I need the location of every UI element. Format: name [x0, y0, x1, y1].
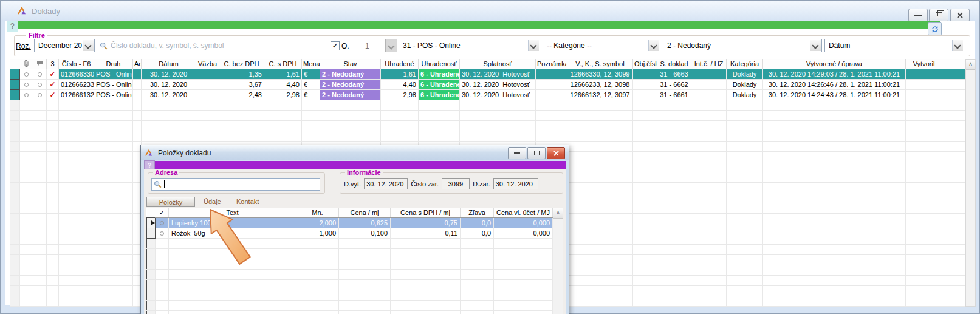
refresh-button[interactable]: [928, 22, 942, 35]
date-dropdown-button[interactable]: [952, 40, 963, 51]
category-select[interactable]: -- Kategórie --: [543, 39, 660, 52]
cell-text: Lupienky 100g: [169, 218, 296, 228]
roz-label[interactable]: Roz.: [16, 42, 31, 50]
green-toolbar: [8, 21, 940, 29]
col-vazba[interactable]: Väzba: [196, 59, 219, 69]
restore-button[interactable]: [929, 9, 948, 22]
col-uhradenost[interactable]: Uhradenosť: [419, 59, 460, 69]
info-legend: Informácie: [345, 169, 383, 176]
items-header-row: ✓ Text Mn. Cena / mj Cena s DPH / mj Zľa…: [147, 208, 553, 218]
col-vytvoril[interactable]: Vytvoril: [906, 59, 942, 69]
adresa-group: Adresa: [148, 172, 325, 194]
col-kategoria[interactable]: Kategória: [727, 59, 763, 69]
d-vyt-field[interactable]: 30. 12. 2020: [364, 178, 408, 189]
close-button[interactable]: [950, 9, 970, 22]
scroll-up-button[interactable]: ∧: [966, 60, 975, 70]
table-row[interactable]: ✓ 012666132 POS - Online 30. 12. 2020 2,…: [10, 90, 965, 100]
col-zlava[interactable]: Zľava: [461, 208, 494, 218]
dialog-titlebar: Položky dokladu: [141, 145, 569, 160]
col-stav[interactable]: Stav: [320, 59, 381, 69]
period-select[interactable]: December 20: [34, 39, 95, 52]
cell-cena-dph: 0,11: [391, 228, 461, 239]
o-dropdown-disabled: [385, 39, 397, 52]
status-dropdown-button[interactable]: [810, 40, 821, 51]
item-row-selected[interactable]: Lupienky 100g 2,000 0,625 0,75 0,0 0,000: [147, 218, 553, 228]
col-datum[interactable]: Dátum: [142, 59, 196, 69]
cell-splatnost: 30. 12. 2020 Hotovosť: [460, 69, 536, 80]
adresa-search-input[interactable]: [151, 178, 320, 191]
category-dropdown-button[interactable]: [648, 40, 659, 51]
minimize-button[interactable]: [908, 9, 928, 22]
date-value: Dátum: [829, 39, 951, 52]
col-mena[interactable]: Mena: [302, 59, 320, 69]
cell-cena: 0,625: [339, 218, 391, 228]
col-cislo[interactable]: Číslo - F6: [59, 59, 94, 69]
col-3[interactable]: 3: [47, 59, 59, 69]
col-text[interactable]: Text: [169, 208, 296, 218]
col-vytvorene[interactable]: Vytvorené / úprava: [763, 59, 906, 69]
tab-kontakt[interactable]: Kontakt: [236, 198, 259, 205]
cell-vytvorene: 30. 12. 2020 14:26:46 / 28. 1. 2021 11:0…: [763, 80, 906, 90]
cell-vks: 12666330, 12, 3099: [567, 69, 633, 80]
col-druh[interactable]: Druh: [94, 59, 133, 69]
dialog-minimize-button[interactable]: [508, 147, 526, 159]
status-badge: 2 - Nedodaný: [320, 80, 381, 90]
period-dropdown-button[interactable]: [83, 40, 94, 51]
col-cena-dph[interactable]: Cena s DPH / mj: [391, 208, 461, 218]
col-vl-ucet[interactable]: Cena vl. účet / MJ: [494, 208, 553, 218]
help-icon[interactable]: ?: [7, 21, 18, 32]
cell-splatnost: 30. 12. 2020 Hotovosť: [460, 90, 536, 100]
col-sdoklad[interactable]: S. doklad: [657, 59, 691, 69]
items-scrollbar[interactable]: ∧: [553, 208, 563, 314]
tab-udaje[interactable]: Údaje: [204, 198, 221, 205]
cell-zlava: 0,0: [461, 228, 494, 239]
app-icon: [17, 6, 27, 16]
cell-vl-ucet: 0,000: [494, 228, 553, 239]
col-mn[interactable]: Mn.: [296, 208, 339, 218]
col-vks[interactable]: V., K., S. symbol: [567, 59, 633, 69]
comment-column-header[interactable]: [33, 59, 47, 69]
paid-badge: 6 - Uhradené: [419, 80, 460, 90]
attachment-column-header[interactable]: [20, 59, 33, 69]
window-title: Doklady: [32, 7, 60, 16]
scroll-up-button[interactable]: ∧: [553, 208, 563, 219]
item-row[interactable]: Rožok 50g 1,000 0,100 0,11 0,0 0,000: [147, 228, 553, 239]
d-zar-field[interactable]: 30. 12. 2020: [493, 178, 538, 189]
status-badge: 2 - Nedodaný: [320, 69, 381, 80]
doc-type-select[interactable]: 31 - POS - Online: [399, 39, 540, 52]
search-icon: [100, 42, 108, 50]
dialog-close-button[interactable]: [547, 147, 565, 159]
chevron-down-icon: [650, 42, 657, 49]
doc-type-dropdown-button[interactable]: [528, 40, 539, 51]
col-cs[interactable]: C. s DPH: [264, 59, 302, 69]
col-uhradene[interactable]: Uhradené: [381, 59, 419, 69]
cislo-zar-field[interactable]: 3099: [442, 178, 470, 189]
col-splatnost[interactable]: Splatnosť: [460, 59, 536, 69]
col-intc[interactable]: Int.č. / HZ: [691, 59, 727, 69]
status-select[interactable]: 2 - Nedodaný: [663, 39, 822, 52]
table-row-selected[interactable]: ✓ 012666330 POS - Online 30. 12. 2020 1,…: [10, 69, 965, 80]
cell-kategoria: Doklady: [727, 69, 763, 80]
dialog-maximize-button[interactable]: [527, 147, 546, 159]
o-checkbox[interactable]: ✓: [331, 41, 340, 50]
main-scrollbar[interactable]: ∧: [965, 59, 976, 307]
table-row[interactable]: ✓ 012666233 POS - Online 30. 12. 2020 3,…: [10, 80, 965, 90]
col-cbez[interactable]: C. bez DPH: [219, 59, 264, 69]
search-placeholder: Číslo dokladu, v. symbol, š. symbol: [111, 41, 224, 50]
chevron-down-icon: [812, 42, 818, 49]
col-poznamka[interactable]: Poznámka: [536, 59, 567, 69]
items-table: ✓ Text Mn. Cena / mj Cena s DPH / mj Zľa…: [146, 208, 553, 314]
date-select[interactable]: Dátum: [824, 39, 964, 52]
search-input[interactable]: Číslo dokladu, v. symbol, š. symbol: [97, 39, 312, 52]
cell-vytvorene: 30. 12. 2020 14:24:43 / 28. 1. 2021 11:0…: [763, 90, 906, 100]
cell-vks: 12666233, 12, 3098: [567, 80, 633, 90]
tab-polozky[interactable]: Položky: [146, 197, 195, 207]
col-ad[interactable]: Ac: [133, 59, 142, 69]
col-cena[interactable]: Cena / mj: [339, 208, 391, 218]
col-obj[interactable]: Obj.číslo: [633, 59, 657, 69]
period-value: December 20: [38, 39, 82, 52]
items-check-header[interactable]: ✓: [156, 208, 169, 218]
info-group: Informácie D.vyt. 30. 12. 2020 Číslo zar…: [340, 172, 563, 194]
comment-dot-icon: [38, 93, 42, 97]
category-value: -- Kategórie --: [547, 39, 648, 52]
